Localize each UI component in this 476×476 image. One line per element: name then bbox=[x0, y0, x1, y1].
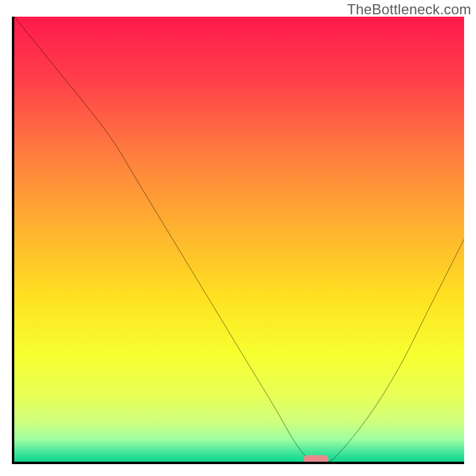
optimal-marker bbox=[303, 455, 328, 464]
chart-frame: TheBottleneck.com bbox=[0, 0, 476, 476]
watermark-text: TheBottleneck.com bbox=[347, 1, 471, 18]
plot-area bbox=[12, 17, 464, 464]
bottleneck-curve bbox=[14, 17, 464, 462]
